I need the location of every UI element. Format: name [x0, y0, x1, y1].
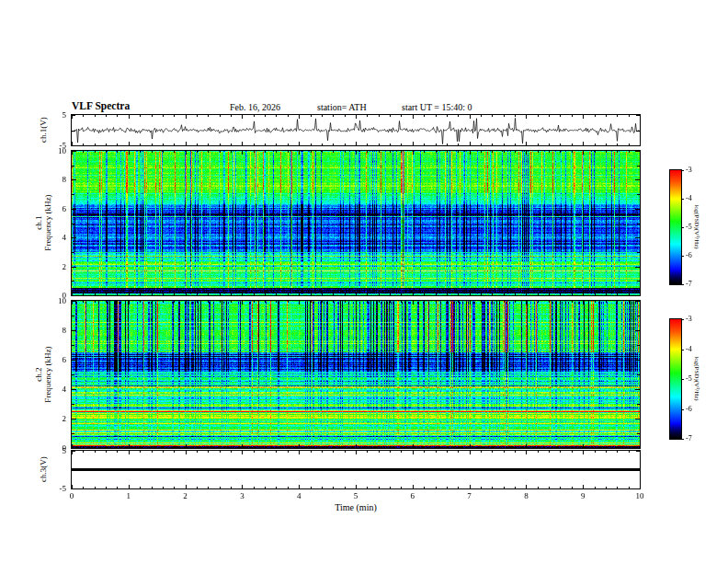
ylabel-ch2-frequency: ch.2 Frequency (kHz) — [34, 301, 52, 448]
y-tick-label: 2 — [46, 414, 66, 423]
y-tick-label: 8 — [46, 175, 66, 184]
colorbar-tick-label: -6 — [686, 405, 704, 414]
ch2-spectrogram-canvas — [72, 301, 640, 448]
colorbar-tick-label: -4 — [686, 194, 704, 203]
colorbar-ch1-canvas — [670, 170, 681, 284]
y-tick-label: -5 — [46, 484, 66, 493]
y-tick-label: 4 — [46, 385, 66, 394]
ylabel-ch2-line2: Frequency (kHz) — [43, 301, 52, 448]
y-tick-label: 6 — [46, 204, 66, 213]
panel-ch1-waveform — [71, 114, 641, 146]
ylabel-ch2-line1: ch.2 — [34, 301, 43, 448]
x-tick-label: 1 — [119, 491, 138, 500]
x-tick-label: 5 — [347, 491, 365, 500]
y-tick-label: -5 — [46, 141, 66, 150]
panel-ch3-waveform — [71, 450, 641, 489]
y-tick-label: 2 — [46, 262, 66, 271]
panel-ch2-spectrogram — [71, 300, 641, 449]
colorbar-tick-label: -5 — [686, 374, 704, 384]
x-tick-label: 10 — [631, 491, 649, 500]
colorbar-tick-label: -5 — [686, 223, 704, 232]
y-tick-label: 4 — [46, 233, 66, 242]
x-tick-label: 7 — [461, 491, 479, 500]
ch3-waveform-canvas — [72, 451, 640, 488]
colorbar-tick-label: -6 — [686, 251, 704, 260]
x-tick-label: 4 — [290, 491, 308, 500]
ch1-spectrogram-canvas — [72, 151, 640, 295]
ylabel-ch1-frequency: ch.1 Frequency (kHz) — [34, 151, 52, 295]
x-tick-label: 3 — [233, 491, 251, 500]
colorbar-tick-label: -3 — [686, 166, 704, 175]
vlf-spectra-figure: VLF Spectra Feb. 16, 2026 station= ATH s… — [0, 0, 728, 563]
colorbar-ch2-canvas — [670, 319, 681, 439]
y-tick-label: 6 — [46, 355, 66, 364]
x-tick-label: 8 — [517, 491, 535, 500]
y-tick-label: 10 — [46, 296, 66, 305]
x-tick-label: 9 — [574, 491, 592, 500]
colorbar-tick-label: -4 — [686, 345, 704, 354]
y-tick-label: 5 — [46, 110, 66, 120]
colorbar-tick-label: -7 — [686, 434, 704, 443]
figure-title: VLF Spectra — [72, 100, 130, 111]
y-tick-label: 5 — [46, 446, 66, 455]
colorbar-ch1 — [669, 169, 682, 285]
station-label: station= ATH — [317, 102, 367, 112]
start-ut-label: start UT = 15:40: 0 — [402, 102, 472, 112]
ch1-waveform-canvas — [72, 115, 640, 145]
colorbar-ch2 — [669, 318, 682, 440]
x-tick-label: 6 — [404, 491, 422, 500]
ylabel-ch1-line2: Frequency (kHz) — [43, 151, 52, 295]
colorbar-tick-label: -7 — [686, 280, 704, 289]
x-tick-label: 2 — [176, 491, 195, 500]
figure-date: Feb. 16, 2026 — [230, 102, 280, 112]
ylabel-ch1-line1: ch.1 — [34, 151, 43, 295]
y-tick-label: 8 — [46, 326, 66, 335]
panel-ch1-spectrogram — [71, 150, 641, 296]
colorbar-tick-label: -3 — [686, 315, 704, 324]
x-axis-title: Time (min) — [319, 503, 392, 512]
